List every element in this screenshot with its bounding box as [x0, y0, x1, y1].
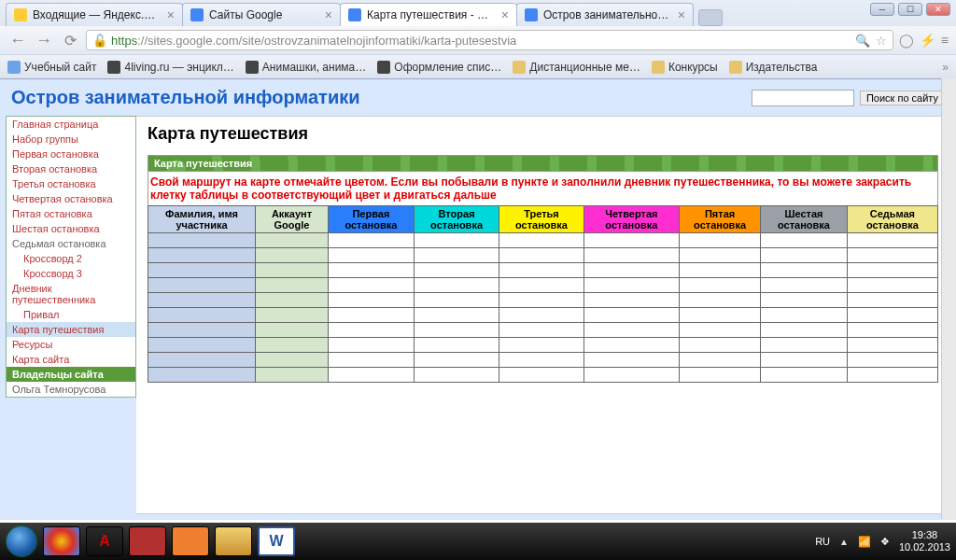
- sidebar-item[interactable]: Четвертая остановка: [7, 191, 135, 206]
- table-cell[interactable]: [680, 353, 761, 368]
- table-cell[interactable]: [328, 278, 414, 293]
- table-cell[interactable]: [414, 368, 499, 383]
- table-cell[interactable]: [256, 248, 329, 263]
- table-cell[interactable]: [499, 308, 583, 323]
- table-cell[interactable]: [148, 323, 256, 338]
- table-cell[interactable]: [499, 368, 583, 383]
- table-cell[interactable]: [148, 353, 256, 368]
- table-cell[interactable]: [761, 278, 848, 293]
- search-input[interactable]: [752, 90, 854, 106]
- table-cell[interactable]: [414, 338, 499, 353]
- tray-icon[interactable]: 📶: [858, 536, 871, 548]
- taskbar-app-word[interactable]: W: [258, 526, 295, 556]
- bookmark-item[interactable]: 4living.ru — энцикл…: [107, 61, 233, 74]
- window-minimize-button[interactable]: ─: [870, 3, 894, 16]
- start-button[interactable]: [6, 525, 37, 557]
- table-cell[interactable]: [328, 338, 414, 353]
- site-title[interactable]: Остров занимательной информатики: [11, 87, 360, 108]
- close-icon[interactable]: ×: [325, 7, 332, 22]
- browser-tab-0[interactable]: Входящие — Яндекс.Поч ×: [6, 3, 183, 26]
- table-cell[interactable]: [847, 323, 937, 338]
- table-cell[interactable]: [680, 323, 761, 338]
- table-cell[interactable]: [583, 368, 679, 383]
- table-cell[interactable]: [256, 353, 329, 368]
- sidebar-item[interactable]: Первая остановка: [7, 147, 135, 161]
- table-cell[interactable]: [148, 233, 256, 248]
- taskbar-app[interactable]: [172, 526, 209, 556]
- taskbar-app[interactable]: [129, 526, 166, 556]
- sidebar-item[interactable]: Карта сайта: [7, 352, 135, 367]
- extension-icon[interactable]: ◯: [899, 33, 914, 48]
- table-cell[interactable]: [499, 233, 583, 248]
- table-cell[interactable]: [414, 278, 499, 293]
- sidebar-item[interactable]: Пятая остановка: [7, 206, 135, 221]
- search-icon[interactable]: 🔍: [855, 34, 870, 48]
- table-cell[interactable]: [583, 338, 679, 353]
- table-cell[interactable]: [148, 293, 256, 308]
- table-cell[interactable]: [847, 338, 937, 353]
- close-icon[interactable]: ×: [167, 7, 175, 22]
- bookmark-item[interactable]: Конкурсы: [652, 61, 718, 74]
- table-cell[interactable]: [328, 308, 414, 323]
- clock[interactable]: 19:38 10.02.2013: [899, 529, 950, 553]
- address-bar[interactable]: 🔓 https ://sites.google.com /site/ostrov…: [86, 30, 893, 50]
- table-cell[interactable]: [583, 308, 679, 323]
- table-cell[interactable]: [328, 248, 414, 263]
- tray-overflow-icon[interactable]: ▲: [839, 537, 849, 547]
- sidebar-subitem[interactable]: Привал: [7, 307, 135, 322]
- table-cell[interactable]: [414, 308, 499, 323]
- table-cell[interactable]: [256, 233, 329, 248]
- table-cell[interactable]: [148, 263, 256, 278]
- table-cell[interactable]: [847, 233, 937, 248]
- table-cell[interactable]: [761, 233, 848, 248]
- table-cell[interactable]: [414, 353, 499, 368]
- table-cell[interactable]: [680, 278, 761, 293]
- table-cell[interactable]: [148, 278, 256, 293]
- table-cell[interactable]: [761, 368, 848, 383]
- table-cell[interactable]: [583, 293, 679, 308]
- sidebar-item[interactable]: Ресурсы: [7, 337, 135, 352]
- table-cell[interactable]: [328, 233, 414, 248]
- table-cell[interactable]: [761, 293, 848, 308]
- table-cell[interactable]: [761, 248, 848, 263]
- taskbar-app[interactable]: A: [86, 526, 123, 556]
- back-button[interactable]: ←: [7, 30, 28, 50]
- table-cell[interactable]: [680, 293, 761, 308]
- table-cell[interactable]: [583, 248, 679, 263]
- bookmark-item[interactable]: Учебный сайт: [7, 61, 96, 74]
- bookmark-item[interactable]: Издательства: [729, 61, 818, 74]
- bookmark-item[interactable]: Оформление спис…: [377, 61, 501, 74]
- table-cell[interactable]: [499, 353, 583, 368]
- sidebar-item-selected[interactable]: Карта путешествия: [7, 322, 135, 337]
- table-cell[interactable]: [583, 323, 679, 338]
- table-cell[interactable]: [256, 368, 329, 383]
- table-cell[interactable]: [761, 263, 848, 278]
- table-cell[interactable]: [499, 263, 583, 278]
- sidebar-item[interactable]: Шестая остановка: [7, 221, 135, 236]
- extension-icon[interactable]: ⚡: [920, 33, 935, 48]
- bookmarks-overflow-icon[interactable]: »: [942, 61, 949, 74]
- table-cell[interactable]: [414, 233, 499, 248]
- browser-tab-2[interactable]: Карта путешествия - Ост ×: [340, 3, 517, 26]
- close-icon[interactable]: ×: [501, 7, 509, 22]
- sidebar-item[interactable]: Седьмая остановка: [7, 236, 135, 251]
- table-cell[interactable]: [256, 293, 329, 308]
- table-cell[interactable]: [499, 248, 583, 263]
- taskbar-app-chrome[interactable]: [43, 526, 80, 556]
- bookmark-item[interactable]: Дистанционные ме…: [513, 61, 640, 74]
- table-cell[interactable]: [328, 263, 414, 278]
- table-cell[interactable]: [414, 263, 499, 278]
- table-cell[interactable]: [256, 308, 329, 323]
- sidebar-item[interactable]: Третья остановка: [7, 176, 135, 191]
- table-cell[interactable]: [847, 263, 937, 278]
- taskbar-app-explorer[interactable]: [215, 526, 252, 556]
- sidebar-subitem[interactable]: Кроссворд 2: [7, 251, 135, 266]
- forward-button[interactable]: →: [34, 30, 54, 50]
- table-cell[interactable]: [256, 263, 329, 278]
- table-cell[interactable]: [256, 338, 329, 353]
- table-cell[interactable]: [328, 293, 414, 308]
- close-icon[interactable]: ×: [678, 7, 685, 22]
- tray-icon[interactable]: ❖: [880, 536, 890, 548]
- sidebar-item[interactable]: Дневник путешественника: [7, 281, 135, 307]
- table-cell[interactable]: [414, 248, 499, 263]
